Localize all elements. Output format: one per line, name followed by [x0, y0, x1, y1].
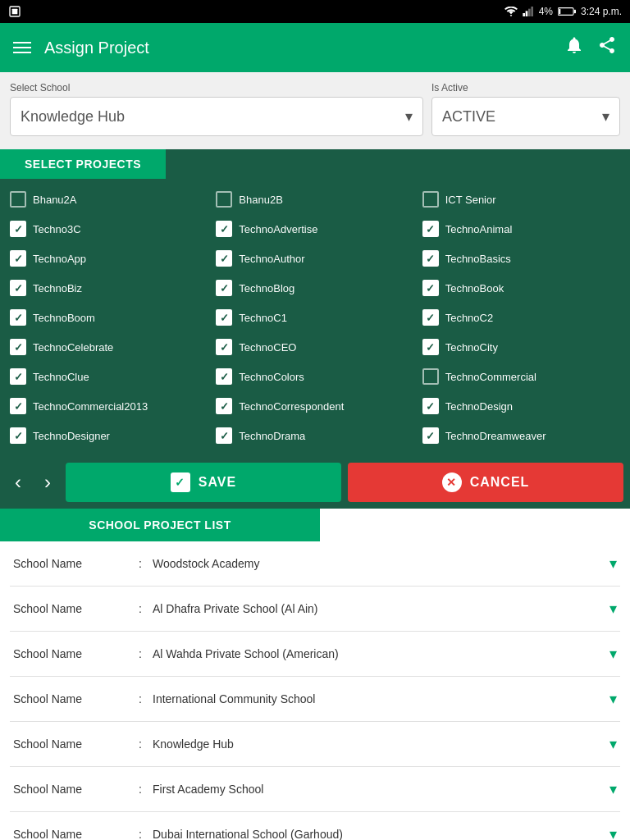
notification-icon[interactable]: [564, 35, 584, 60]
chevron-down-icon: ▾: [609, 735, 617, 753]
wifi-icon: [504, 7, 518, 16]
project-name: TechnoClue: [33, 371, 89, 383]
form-section: Select School Knowledge Hub ▾ Is Active …: [0, 72, 630, 149]
project-item[interactable]: TechnoAuthor: [212, 244, 417, 272]
chevron-down-icon: ▾: [609, 645, 617, 663]
school-label-text: School Name: [13, 557, 128, 570]
project-item[interactable]: TechnoBlog: [212, 274, 417, 302]
school-label-text: School Name: [13, 828, 128, 840]
school-row[interactable]: School Name:Al Wahda Private School (Ame…: [10, 632, 620, 677]
school-row[interactable]: School Name:Woodstock Academy▾: [10, 541, 620, 587]
project-checkbox: [216, 221, 232, 237]
app-bar: Assign Project: [0, 23, 630, 72]
school-name-text: First Academy School: [153, 783, 609, 796]
project-name: TechnoAuthor: [239, 253, 304, 265]
project-item[interactable]: TechnoDrama: [212, 422, 417, 450]
project-name: TechnoBlog: [239, 282, 294, 294]
project-item[interactable]: TechnoDreamweaver: [419, 422, 623, 450]
project-item[interactable]: TechnoColors: [212, 363, 417, 390]
project-item[interactable]: TechnoBasics: [419, 244, 623, 272]
project-name: TechnoApp: [33, 253, 86, 265]
project-item[interactable]: TechnoBoom: [7, 304, 211, 331]
project-item[interactable]: TechnoAnimal: [419, 215, 623, 243]
project-item[interactable]: TechnoC2: [419, 304, 623, 331]
project-item[interactable]: TechnoBiz: [7, 274, 211, 302]
project-item[interactable]: TechnoBook: [419, 274, 623, 302]
project-checkbox: [422, 309, 439, 326]
project-checkbox: [216, 309, 232, 326]
project-item[interactable]: TechnoDesign: [419, 392, 623, 420]
school-row[interactable]: School Name:Dubai International School (…: [10, 812, 620, 840]
share-icon[interactable]: [597, 35, 617, 60]
project-checkbox: [10, 191, 26, 208]
school-row[interactable]: School Name:International Community Scho…: [10, 677, 620, 722]
chevron-down-icon: ▾: [609, 825, 617, 840]
project-name: ICT Senior: [445, 194, 496, 206]
bottom-controls: ‹ › ✓ SAVE ✕ CANCEL: [0, 456, 630, 509]
active-select[interactable]: ACTIVE ▾: [431, 97, 620, 136]
project-item[interactable]: TechnoApp: [7, 244, 211, 272]
chevron-down-icon: ▾: [609, 555, 617, 573]
menu-icon[interactable]: [13, 42, 31, 53]
project-item[interactable]: Techno3C: [7, 215, 211, 243]
project-name: TechnoDreamweaver: [445, 430, 546, 442]
project-item[interactable]: TechnoCEO: [212, 333, 417, 361]
project-checkbox: [10, 339, 26, 355]
project-item[interactable]: TechnoDesigner: [7, 422, 211, 450]
project-checkbox: [422, 398, 439, 414]
school-label: Select School: [10, 82, 423, 94]
active-label: Is Active: [431, 82, 620, 94]
school-name-text: Knowledge Hub: [153, 737, 609, 751]
school-colon: :: [128, 783, 153, 796]
project-item[interactable]: TechnoCorrespondent: [212, 392, 417, 420]
project-name: TechnoC2: [445, 312, 494, 324]
project-item[interactable]: TechnoCity: [419, 333, 623, 361]
school-row[interactable]: School Name:Knowledge Hub▾: [10, 722, 620, 767]
school-dropdown-icon: ▾: [405, 107, 413, 126]
project-checkbox: [422, 368, 439, 385]
project-name: TechnoCorrespondent: [239, 400, 344, 413]
cancel-x-icon: ✕: [442, 472, 462, 492]
active-group: Is Active ACTIVE ▾: [431, 82, 620, 136]
project-item[interactable]: TechnoAdvertise: [212, 215, 417, 243]
project-name: TechnoCity: [445, 341, 498, 354]
project-item[interactable]: TechnoCommercial2013: [7, 392, 211, 420]
time-text: 3:24 p.m.: [581, 6, 622, 17]
save-button[interactable]: ✓ SAVE: [66, 463, 341, 502]
svg-rect-2: [523, 13, 525, 16]
school-colon: :: [128, 647, 153, 660]
next-page-button[interactable]: ›: [36, 468, 59, 497]
school-label-text: School Name: [13, 737, 128, 751]
project-item[interactable]: TechnoCommercial: [419, 363, 623, 390]
project-name: TechnoCelebrate: [33, 341, 113, 354]
school-list: School Name:Woodstock Academy▾School Nam…: [0, 541, 630, 840]
project-checkbox: [216, 250, 232, 267]
status-bar-right: 4% 3:24 p.m.: [504, 6, 622, 17]
project-item[interactable]: TechnoClue: [7, 363, 211, 390]
school-value: Knowledge Hub: [21, 108, 125, 126]
project-name: Techno3C: [33, 223, 81, 235]
active-dropdown-icon: ▾: [602, 107, 609, 126]
prev-page-button[interactable]: ‹: [7, 468, 30, 497]
school-label-text: School Name: [13, 692, 128, 705]
project-name: TechnoBoom: [33, 312, 95, 324]
project-item[interactable]: Bhanu2A: [7, 185, 211, 213]
school-select[interactable]: Knowledge Hub ▾: [10, 97, 423, 136]
active-value: ACTIVE: [442, 108, 495, 126]
svg-rect-1: [12, 9, 18, 15]
project-name: Bhanu2A: [33, 194, 77, 206]
project-item[interactable]: Bhanu2B: [212, 185, 417, 213]
school-row[interactable]: School Name:Al Dhafra Private School (Al…: [10, 587, 620, 632]
project-item[interactable]: TechnoC1: [212, 304, 417, 331]
school-name-text: Al Wahda Private School (American): [153, 647, 609, 660]
school-row[interactable]: School Name:First Academy School▾: [10, 767, 620, 812]
project-item[interactable]: ICT Senior: [419, 185, 623, 213]
school-name-text: Al Dhafra Private School (Al Ain): [153, 602, 609, 615]
cancel-button[interactable]: ✕ CANCEL: [348, 463, 623, 502]
school-group: Select School Knowledge Hub ▾: [10, 82, 423, 136]
school-colon: :: [128, 828, 153, 840]
project-checkbox: [10, 427, 26, 444]
status-bar: 4% 3:24 p.m.: [0, 0, 630, 23]
project-item[interactable]: TechnoCelebrate: [7, 333, 211, 361]
project-checkbox: [422, 250, 439, 267]
